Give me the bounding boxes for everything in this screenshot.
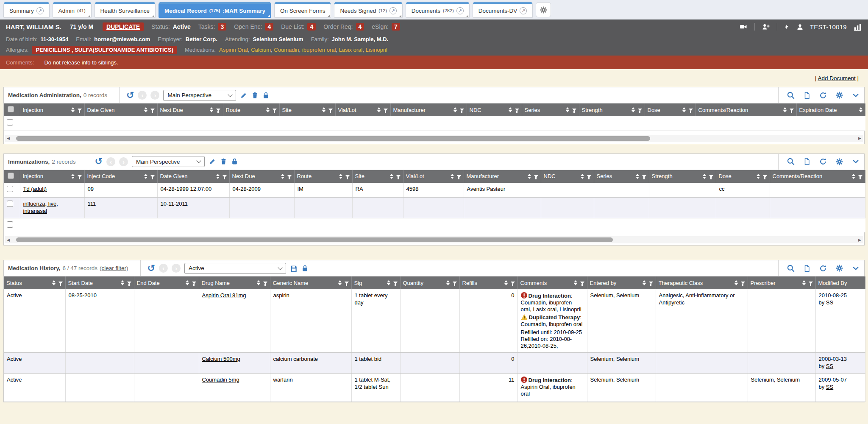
col-comments-reaction[interactable]: Comments/Reaction: [696, 103, 796, 116]
search-icon[interactable]: [787, 157, 795, 166]
sort-icon[interactable]: [574, 280, 577, 285]
filter-icon[interactable]: [515, 109, 519, 111]
filter-icon[interactable]: [809, 282, 813, 284]
drug-name-link[interactable]: Coumadin 5mg: [202, 377, 239, 383]
injection-link[interactable]: Td (adult): [23, 186, 47, 192]
sort-icon[interactable]: [52, 280, 56, 285]
sort-icon[interactable]: [453, 107, 457, 112]
scrollbar-thumb[interactable]: [16, 136, 650, 141]
sort-icon[interactable]: [581, 174, 584, 179]
col-dose[interactable]: Dose: [645, 103, 696, 116]
prev-icon[interactable]: ‹: [159, 264, 168, 273]
col-sig[interactable]: Sig: [351, 276, 400, 289]
sort-icon[interactable]: [144, 107, 147, 112]
col-prescriber[interactable]: Prescriber: [748, 276, 815, 289]
filter-icon[interactable]: [287, 175, 292, 178]
prev-icon[interactable]: ‹: [138, 91, 147, 100]
collapse-icon[interactable]: [851, 265, 860, 272]
duplicate-badge[interactable]: DUPLICATE: [103, 22, 144, 31]
sort-icon[interactable]: [632, 107, 635, 112]
filter-icon[interactable]: [216, 109, 220, 111]
col-vial-lot[interactable]: Vial/Lot: [403, 170, 464, 183]
col-status[interactable]: Status: [4, 276, 65, 289]
drug-name-link[interactable]: Calcium 500mg: [202, 356, 240, 362]
scroll-left-icon[interactable]: ◀: [7, 136, 10, 140]
status-filter-select[interactable]: Active: [184, 263, 286, 274]
sort-icon[interactable]: [643, 280, 646, 285]
filter-icon[interactable]: [642, 175, 646, 178]
sort-icon[interactable]: [144, 174, 147, 179]
filter-icon[interactable]: [78, 109, 82, 111]
sort-icon[interactable]: [682, 107, 686, 112]
tab-health-surveillance[interactable]: Health Surveillance: [95, 2, 156, 18]
horizontal-scrollbar[interactable]: ◀▶: [5, 236, 863, 243]
col-next-due[interactable]: Next Due: [229, 170, 294, 183]
new-document-icon[interactable]: [803, 264, 811, 273]
sort-icon[interactable]: [210, 107, 213, 112]
new-document-icon[interactable]: [803, 157, 811, 166]
undo-icon[interactable]: ↺: [126, 91, 134, 100]
search-icon[interactable]: [787, 264, 795, 273]
sort-icon[interactable]: [504, 280, 508, 285]
tab-summary[interactable]: Summary↗: [3, 2, 50, 18]
col-entered-by[interactable]: Entered by: [587, 276, 656, 289]
lock-icon[interactable]: [301, 265, 309, 272]
col-series[interactable]: Series: [522, 103, 579, 116]
filter-icon[interactable]: [689, 109, 693, 111]
refresh-icon[interactable]: [819, 264, 827, 273]
sort-icon[interactable]: [509, 107, 512, 112]
sort-icon[interactable]: [377, 107, 381, 112]
undo-icon[interactable]: ↺: [147, 264, 155, 273]
col-therapeutic-class[interactable]: Therapeutic Class: [656, 276, 748, 289]
filter-icon[interactable]: [534, 175, 538, 178]
next-icon[interactable]: ›: [172, 264, 181, 273]
col-comments-reaction[interactable]: Comments/Reaction: [770, 170, 865, 183]
col-injection[interactable]: Injection: [20, 170, 84, 183]
select-all-checkbox[interactable]: [4, 170, 20, 183]
drug-name-link[interactable]: Aspirin Oral 81mg: [202, 292, 246, 298]
sort-icon[interactable]: [802, 280, 806, 285]
filter-icon[interactable]: [587, 175, 591, 178]
lock-icon[interactable]: [262, 92, 270, 99]
sort-icon[interactable]: [636, 174, 639, 179]
gear-icon[interactable]: [835, 264, 843, 272]
lightning-icon[interactable]: [784, 23, 790, 31]
filter-icon[interactable]: [263, 282, 267, 284]
tab-on-screen-forms[interactable]: On Screen Forms: [274, 2, 331, 18]
row-checkbox[interactable]: [7, 119, 13, 126]
sort-icon[interactable]: [757, 174, 760, 179]
filter-icon[interactable]: [328, 109, 333, 111]
refresh-icon[interactable]: [819, 157, 827, 166]
clear-filter-link[interactable]: clear filter: [102, 265, 127, 271]
sort-icon[interactable]: [859, 107, 862, 112]
tab-documents-dv[interactable]: Documents-DV↗: [473, 2, 533, 18]
filter-icon[interactable]: [384, 109, 388, 111]
modified-by-link[interactable]: SS: [826, 363, 833, 369]
col-site[interactable]: Site: [279, 103, 335, 116]
filter-icon[interactable]: [78, 175, 82, 178]
filter-icon[interactable]: [763, 175, 767, 178]
sort-icon[interactable]: [734, 280, 738, 285]
video-camera-icon[interactable]: [739, 23, 748, 31]
bar-chart-icon[interactable]: [853, 22, 862, 31]
col-series[interactable]: Series: [594, 170, 649, 183]
sort-icon[interactable]: [566, 107, 569, 112]
col-refills[interactable]: Refills: [459, 276, 517, 289]
open-in-new-icon[interactable]: ↗: [36, 7, 44, 14]
col-comments[interactable]: Comments: [517, 276, 587, 289]
person-icon[interactable]: [796, 23, 804, 31]
tab-documents[interactable]: Documents(282)↗: [406, 2, 470, 18]
filter-icon[interactable]: [393, 282, 398, 284]
sort-icon[interactable]: [387, 280, 390, 285]
filter-icon[interactable]: [638, 109, 642, 111]
scroll-left-icon[interactable]: ◀: [7, 238, 10, 242]
sort-icon[interactable]: [186, 280, 189, 285]
sort-icon[interactable]: [71, 107, 75, 112]
sort-icon[interactable]: [322, 107, 326, 112]
add-person-icon[interactable]: [761, 23, 771, 31]
sort-icon[interactable]: [121, 280, 124, 285]
search-icon[interactable]: [787, 91, 795, 100]
injection-link[interactable]: influenza, live, intranasal: [23, 201, 58, 214]
sort-icon[interactable]: [339, 174, 342, 179]
prev-icon[interactable]: ‹: [106, 157, 115, 166]
